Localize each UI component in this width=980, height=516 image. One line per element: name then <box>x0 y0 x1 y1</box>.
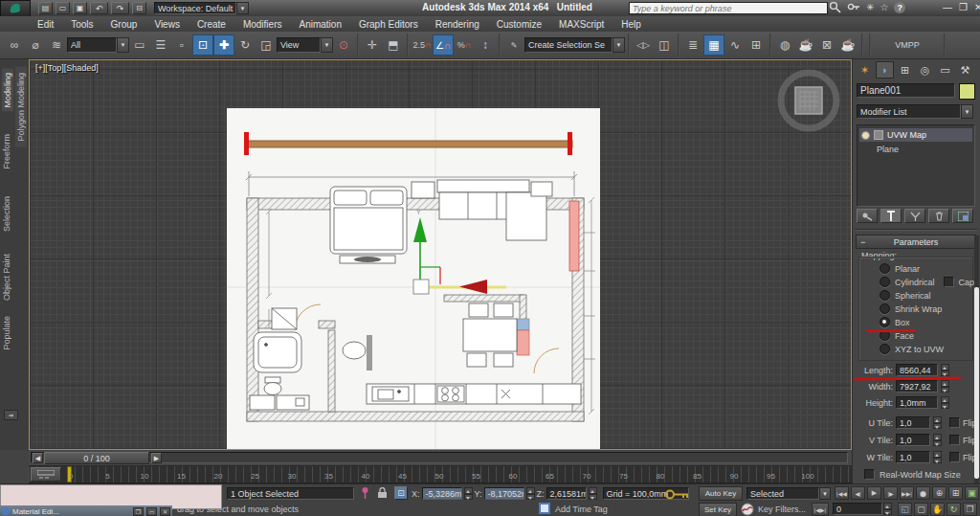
zoom-extents-button[interactable]: ▣ <box>965 486 979 500</box>
exchange-icon[interactable]: ✳ <box>866 2 874 12</box>
mapping-option-xyz-to-uvw[interactable]: XYZ to UVW <box>880 344 944 354</box>
close-button[interactable]: ✕ <box>974 2 980 12</box>
rendered-frame-window-icon[interactable]: ⊠ <box>816 34 837 56</box>
set-key-filters-curve-icon[interactable] <box>741 503 754 516</box>
y-coord-spinner[interactable] <box>526 487 535 500</box>
mapping-option-cylindrical[interactable]: Cylindrical Cap <box>880 277 974 287</box>
zoom-all-button[interactable]: ⊞ <box>948 486 963 500</box>
u-tile-spinner[interactable] <box>933 416 942 429</box>
height-field[interactable]: 1,0mm <box>896 396 938 409</box>
pan-view-button[interactable]: ✋ <box>930 503 945 516</box>
align-icon[interactable]: ◫ <box>654 34 675 56</box>
menu-create[interactable]: Create <box>189 19 234 30</box>
vmpp-toolbar-label[interactable]: VMPP <box>874 40 941 50</box>
app-logo[interactable] <box>0 0 31 17</box>
selection-lock-pin-icon[interactable] <box>361 486 369 500</box>
ribbon-tab-modeling[interactable]: Modeling <box>2 69 13 112</box>
mapping-option-shrink-wrap[interactable]: Shrink Wrap <box>880 303 942 314</box>
selection-filter-arrow[interactable]: ▼ <box>117 37 129 53</box>
length-spinner[interactable] <box>941 364 949 376</box>
z-coord-spinner[interactable] <box>589 487 597 500</box>
project-folder-button[interactable]: ⊟ <box>132 2 146 14</box>
tab-modify[interactable]: ◗ <box>876 61 894 79</box>
select-by-name-icon[interactable]: ☰ <box>150 34 171 56</box>
zoom-region-button[interactable]: ◱ <box>898 503 912 516</box>
field-of-view-button[interactable]: ▢ <box>914 503 928 516</box>
undo-button[interactable]: ↶ <box>90 2 108 14</box>
play-animation-button[interactable]: ▶ <box>867 486 881 500</box>
open-mini-curve-editor-button[interactable] <box>31 467 61 482</box>
material-editor-icon[interactable]: ◍ <box>774 34 795 56</box>
modifier-visibility-bulb-icon[interactable] <box>861 131 870 140</box>
named-selection-set-dropdown[interactable]: Create Selection Se <box>524 37 612 53</box>
x-coord-spinner[interactable] <box>464 487 473 500</box>
mapping-option-spherical[interactable]: Spherical <box>880 290 931 301</box>
isolate-key-icon[interactable] <box>665 489 690 500</box>
select-and-move-icon[interactable]: ✚ <box>213 34 234 56</box>
go-to-end-button[interactable]: ▶▶| <box>900 486 914 500</box>
menu-animation[interactable]: Animation <box>290 19 349 30</box>
width-field[interactable]: 7927,92 <box>896 380 938 393</box>
ribbon-tab-selection[interactable]: Selection <box>2 196 11 232</box>
select-and-scale-icon[interactable]: ◲ <box>256 34 277 56</box>
ribbon-tab-freeform[interactable]: Freeform <box>2 134 11 169</box>
snaps-toggle-icon[interactable]: 2.5∩ <box>412 34 433 56</box>
new-scene-button[interactable]: ▤ <box>38 2 53 14</box>
selected-set-dropdown-arrow[interactable]: ▼ <box>819 487 831 500</box>
ribbon-minimize-icon[interactable]: ▪▾ <box>4 410 18 420</box>
reference-coordinate-arrow[interactable]: ▼ <box>321 37 333 53</box>
tab-display[interactable]: ▭ <box>936 61 954 79</box>
time-slider-prev-arrow[interactable]: ◀ <box>33 453 43 463</box>
select-and-link-icon[interactable]: ∞ <box>4 34 25 56</box>
tab-hierarchy[interactable]: ⊞ <box>896 61 914 79</box>
add-time-tag-icon[interactable] <box>539 503 550 514</box>
tab-motion[interactable]: ◎ <box>916 61 934 79</box>
menu-modifiers[interactable]: Modifiers <box>234 19 291 30</box>
z-coord-field[interactable]: 2,61581mm <box>546 487 587 500</box>
select-object-icon[interactable]: ▭ <box>129 34 150 56</box>
current-frame-spinner[interactable] <box>883 503 892 515</box>
graphite-modeling-ribbon-icon[interactable]: ▦ <box>703 34 724 56</box>
time-slider-next-arrow[interactable]: ▶ <box>151 453 162 463</box>
real-world-map-size-checkbox[interactable] <box>864 469 875 480</box>
orbit-view-button[interactable]: ↻ <box>947 503 961 516</box>
menu-group[interactable]: Group <box>102 19 146 30</box>
angle-snap-toggle-icon[interactable]: ∠∩ <box>433 34 454 56</box>
material-editor-minimize-icon[interactable]: ▭ <box>146 507 157 516</box>
x-coord-field[interactable]: -5,3286mm <box>422 487 462 500</box>
make-unique-button[interactable] <box>904 209 925 223</box>
object-color-swatch[interactable] <box>959 83 975 100</box>
open-file-button[interactable]: ▭ <box>56 2 70 14</box>
object-name-field[interactable]: Plane001 <box>857 83 955 98</box>
absolute-mode-transform-icon[interactable]: ⊡ <box>394 486 408 500</box>
unlink-selection-icon[interactable]: ⌀ <box>25 34 46 56</box>
favorites-star-icon[interactable]: ☆ <box>880 2 888 12</box>
y-coord-field[interactable]: -8,17052m <box>484 487 524 500</box>
configure-modifier-sets-button[interactable] <box>952 209 973 223</box>
w-tile-spinner[interactable] <box>933 451 942 463</box>
rectangular-selection-region-icon[interactable]: ▫ <box>171 34 192 56</box>
redo-button[interactable]: ↷ <box>111 2 129 14</box>
tab-utilities[interactable]: ⚒ <box>956 61 974 79</box>
time-slider-handle[interactable]: 0 / 100 <box>44 452 149 464</box>
height-spinner[interactable] <box>941 396 949 409</box>
length-field[interactable]: 8560,44 <box>896 364 938 376</box>
workspace-dropdown-arrow[interactable]: ▼ <box>236 2 249 14</box>
selected-set-dropdown[interactable]: Selected <box>746 487 819 500</box>
communication-center-icon[interactable] <box>847 1 860 13</box>
mirror-icon[interactable]: ◁▷ <box>633 34 654 56</box>
viewcube-top-face[interactable] <box>795 87 822 114</box>
panel-scrollbar-thumb[interactable] <box>974 287 979 479</box>
mapping-option-box[interactable]: Box <box>880 317 910 327</box>
menu-edit[interactable]: Edit <box>29 19 62 30</box>
menu-rendering[interactable]: Rendering <box>427 19 488 30</box>
v-tile-field[interactable]: 1,0 <box>896 434 930 446</box>
workspace-dropdown[interactable]: Workspace: Default <box>154 2 236 14</box>
go-to-start-button[interactable]: |◀◀ <box>835 486 849 500</box>
previous-frame-button[interactable]: ◀| <box>851 486 865 500</box>
material-editor-restore-icon[interactable]: ❐ <box>133 507 144 516</box>
mapping-option-planar[interactable]: Planar <box>880 263 920 274</box>
set-key-button[interactable]: Set Key <box>699 503 737 516</box>
schematic-view-icon[interactable]: ⊞ <box>746 34 767 56</box>
viewport-label[interactable]: [+][Top][Shaded] <box>35 63 99 73</box>
